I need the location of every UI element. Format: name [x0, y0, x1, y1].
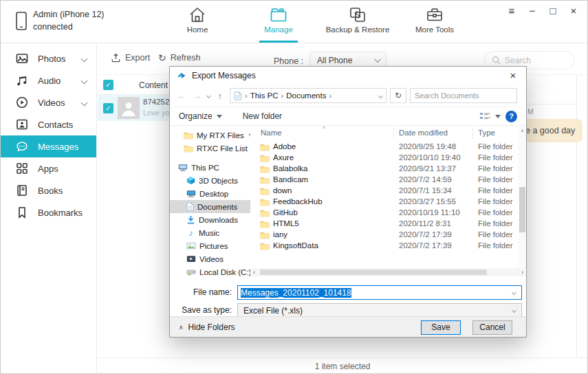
hide-folders-button[interactable]: ∧ Hide Folders: [179, 322, 235, 332]
panel-divider: [576, 75, 577, 358]
sidebar-item-books[interactable]: Books: [1, 179, 96, 201]
tab-more-tools[interactable]: More Tools: [407, 6, 462, 34]
tree-item-3d-objects[interactable]: 3D Objects: [170, 174, 250, 187]
search-input[interactable]: [505, 56, 560, 65]
sidebar-item-videos[interactable]: Videos: [1, 91, 96, 113]
column-date-modified[interactable]: Date modified: [399, 129, 448, 137]
dialog-search-input[interactable]: [415, 91, 512, 100]
file-name: Balabolka: [273, 164, 308, 173]
breadcrumb-separator: ›: [329, 91, 331, 100]
picture-icon: [186, 242, 196, 250]
file-row[interactable]: Axure2020/10/10 19:40File folder: [251, 153, 525, 164]
close-icon[interactable]: ×: [567, 3, 580, 19]
file-name-dropdown-icon[interactable]: [512, 290, 516, 295]
tree-item-my-rtx-files[interactable]: My RTX Files: [170, 129, 250, 142]
messages-icon: [16, 140, 28, 153]
new-folder-button[interactable]: New folder: [243, 111, 282, 121]
forward-icon[interactable]: →: [191, 91, 204, 101]
view-dropdown-icon[interactable]: [495, 115, 501, 118]
tree-item-local-disk-c[interactable]: Local Disk (C:): [170, 265, 250, 276]
tree-item-videos[interactable]: Videos: [170, 252, 250, 265]
file-row[interactable]: Balabolka2020/9/21 13:37File folder: [251, 164, 525, 175]
file-row[interactable]: iany2020/7/2 17:39File folder: [251, 230, 525, 241]
tree-item-rtxc-file-list[interactable]: RTXC File List: [170, 142, 250, 155]
file-name: HTML5: [273, 219, 299, 228]
file-type: File folder: [478, 219, 513, 228]
file-row[interactable]: down2020/7/1 15:34File folder: [251, 186, 525, 197]
dialog-search-box[interactable]: [410, 88, 517, 103]
breadcrumb[interactable]: › This PC › Documents ›: [230, 88, 386, 103]
menu-icon[interactable]: ≡: [505, 3, 519, 19]
file-row[interactable]: FeedbackHub2020/3/27 15:55File folder: [251, 197, 525, 208]
folder-icon: [260, 165, 270, 173]
file-row[interactable]: HTML52020/11/2 8:31File folder: [251, 219, 525, 230]
minimize-icon[interactable]: −: [525, 3, 539, 19]
help-icon[interactable]: ?: [505, 111, 517, 122]
organize-button[interactable]: Organize: [179, 111, 213, 121]
sidebar-item-label: Books: [38, 186, 63, 196]
file-name: FeedbackHub: [273, 197, 323, 206]
chevron-down-icon[interactable]: [81, 55, 88, 62]
organize-dropdown-icon[interactable]: [217, 115, 222, 118]
hide-folders-label: Hide Folders: [188, 322, 235, 332]
sidebar-item-bookmarks[interactable]: Bookmarks: [1, 201, 96, 223]
file-type: File folder: [478, 164, 513, 173]
tree-item-pictures[interactable]: Pictures: [170, 239, 250, 252]
tab-backup-restore[interactable]: Backup & Restore: [316, 6, 399, 34]
breadcrumb-this-pc[interactable]: This PC: [250, 91, 279, 100]
tree-item-downloads[interactable]: Downloads: [170, 213, 250, 226]
sidebar-item-apps[interactable]: Apps: [1, 157, 96, 179]
file-list-header: Name ^ Date modified Type: [251, 126, 525, 140]
row-checkbox[interactable]: ✓: [103, 103, 113, 113]
column-divider[interactable]: [393, 128, 394, 139]
scroll-left-icon[interactable]: ‹: [253, 268, 255, 276]
save-as-type-select[interactable]: Excel File (*.xls): [237, 303, 522, 318]
sort-ascending-icon: ^: [323, 125, 325, 132]
column-name[interactable]: Name: [261, 129, 282, 137]
phone-icon: [16, 12, 27, 30]
select-all-checkbox[interactable]: ✓: [103, 80, 113, 90]
save-as-type-dropdown-icon[interactable]: [512, 308, 516, 313]
tree-item-documents[interactable]: Documents: [170, 200, 250, 213]
file-row[interactable]: GitHub2020/10/19 11:10File folder: [251, 208, 525, 219]
file-row[interactable]: KingsoftData2020/7/2 17:39File folder: [251, 241, 525, 252]
save-button[interactable]: Save: [421, 320, 461, 335]
sidebar-item-audio[interactable]: Audio: [1, 69, 96, 91]
cancel-button[interactable]: Cancel: [472, 320, 512, 335]
tab-manage[interactable]: Manage: [258, 6, 299, 34]
folder-icon: [260, 231, 270, 239]
chevron-down-icon[interactable]: [81, 99, 88, 106]
books-icon: [16, 184, 28, 197]
file-row[interactable]: Bandicam2020/7/2 14:59File folder: [251, 175, 525, 186]
scrollbar-thumb[interactable]: [260, 270, 487, 275]
sidebar-item-contacts[interactable]: Contacts: [1, 113, 96, 135]
folder-icon: [260, 143, 270, 151]
tree-item-desktop[interactable]: Desktop: [170, 187, 250, 200]
horizontal-scrollbar[interactable]: ‹ ›: [251, 268, 525, 276]
up-icon[interactable]: ↑: [214, 91, 226, 101]
tab-home[interactable]: Home: [177, 6, 218, 34]
history-chevron-icon[interactable]: [206, 93, 211, 98]
file-row[interactable]: Adobe2020/9/25 19:48File folder: [251, 142, 525, 153]
address-dropdown-icon[interactable]: [378, 93, 383, 98]
tree-item-music[interactable]: ♪ Music: [170, 226, 250, 239]
file-name-input[interactable]: Messages_20201102_101418: [237, 285, 522, 300]
chevron-down-icon[interactable]: [81, 77, 88, 84]
back-icon[interactable]: ←: [175, 91, 188, 101]
sidebar-item-photos[interactable]: Photos: [1, 47, 96, 69]
documents-location-icon: [234, 91, 242, 100]
sidebar-item-messages[interactable]: Messages: [1, 135, 96, 157]
address-refresh-button[interactable]: ↻: [390, 88, 406, 103]
column-type[interactable]: Type: [478, 129, 495, 137]
maximize-icon[interactable]: □: [546, 3, 560, 19]
breadcrumb-documents[interactable]: Documents: [286, 91, 326, 100]
refresh-button[interactable]: ↻ Refresh: [158, 52, 201, 63]
export-button[interactable]: Export: [111, 52, 150, 63]
dialog-close-icon[interactable]: ×: [507, 69, 519, 81]
view-list-icon[interactable]: [480, 112, 490, 120]
column-divider[interactable]: [472, 128, 473, 139]
file-type: File folder: [478, 208, 513, 217]
tree-item-this-pc[interactable]: This PC: [170, 161, 250, 174]
folder-icon: [184, 131, 193, 140]
scroll-right-icon[interactable]: ›: [521, 268, 523, 276]
